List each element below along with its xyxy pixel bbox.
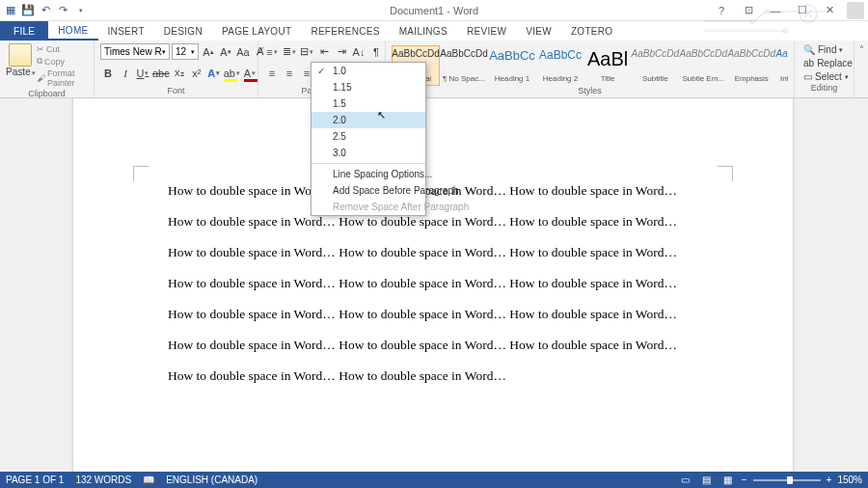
style---no-spac---[interactable]: AaBbCcDd¶ No Spac...	[440, 45, 488, 86]
language-status[interactable]: ENGLISH (CANADA)	[166, 474, 258, 485]
tab-mailings[interactable]: MAILINGS	[390, 21, 457, 41]
italic-button[interactable]: I	[118, 65, 133, 81]
numbering-button[interactable]: ≣	[282, 43, 297, 60]
zoom-out-button[interactable]: −	[742, 474, 747, 485]
group-label-styles: Styles	[392, 86, 788, 97]
font-size-combo[interactable]: 12▾	[172, 43, 199, 60]
group-label-font: Font	[100, 86, 252, 97]
cut-button[interactable]: ✂Cut	[37, 43, 88, 55]
save-icon[interactable]: 💾	[21, 4, 35, 17]
tab-references[interactable]: REFERENCES	[301, 21, 389, 41]
line-spacing-3-0[interactable]: 3.0	[312, 145, 425, 161]
line-spacing-options[interactable]: Line Spacing Options...	[312, 166, 425, 182]
format-painter-icon: 🖌	[37, 73, 45, 83]
copy-icon: ⧉	[37, 56, 42, 67]
style-subtle-em---[interactable]: AaBbCcDdSubtle Em...	[679, 45, 727, 86]
proofing-icon[interactable]: 📖	[143, 474, 154, 485]
align-left-button[interactable]: ≡	[264, 65, 280, 81]
zoom-level[interactable]: 150%	[837, 474, 862, 485]
ribbon-tabs: FILE HOME INSERT DESIGN PAGE LAYOUT REFE…	[0, 21, 868, 41]
maximize-button[interactable]: ☐	[793, 4, 812, 16]
change-case-button[interactable]: Aa	[235, 43, 251, 60]
copy-button[interactable]: ⧉Copy	[37, 55, 88, 68]
line-spacing-1-0[interactable]: 1.0	[312, 63, 425, 79]
multilevel-button[interactable]: ⊟	[299, 43, 314, 60]
style-intense-e---[interactable]: AaBbCcDdIntense E...	[775, 45, 788, 86]
group-styles: AaBbCcDd¶ NormalAaBbCcDd¶ No Spac...AaBb…	[386, 41, 795, 97]
font-color-button[interactable]: A	[242, 65, 258, 81]
print-layout-button[interactable]: ▤	[699, 474, 715, 486]
group-clipboard: Paste ✂Cut ⧉Copy 🖌Format Painter Clipboa…	[0, 41, 95, 97]
user-avatar[interactable]	[847, 2, 864, 19]
redo-icon[interactable]: ↷	[56, 4, 69, 17]
tab-design[interactable]: DESIGN	[154, 21, 212, 41]
replace-button[interactable]: abReplace	[800, 57, 848, 69]
text-effects-button[interactable]: A	[206, 65, 222, 81]
tab-home[interactable]: HOME	[48, 21, 97, 41]
underline-button[interactable]: U	[135, 65, 150, 81]
line-spacing-2-5[interactable]: 2.5	[312, 128, 425, 145]
increase-indent-button[interactable]: ⇥	[334, 43, 349, 60]
collapse-ribbon-button[interactable]: ˄	[854, 41, 868, 97]
read-mode-button[interactable]: ▭	[678, 474, 693, 486]
find-button[interactable]: 🔍Find▾	[800, 43, 848, 56]
title-bar: ▦ 💾 ↶ ↷ Document1 - Word ? ⊡ — ☐ ✕	[0, 0, 868, 21]
zoom-slider[interactable]	[753, 479, 821, 481]
paste-icon	[9, 43, 32, 67]
group-font: Times New R▾ 12▾ A▴ A▾ Aa A̸ B I U abc x…	[95, 41, 258, 97]
web-layout-button[interactable]: ▦	[720, 474, 736, 486]
subscript-button[interactable]: x₂	[172, 65, 187, 81]
paste-label: Paste	[6, 67, 35, 77]
style-subtitle[interactable]: AaBbCcDdSubtitle	[631, 45, 679, 86]
group-editing: 🔍Find▾ abReplace ▭Select▾ Editing	[795, 41, 854, 97]
grow-font-button[interactable]: A▴	[201, 43, 216, 60]
strikethrough-button[interactable]: abc	[152, 65, 170, 81]
cut-icon: ✂	[37, 44, 44, 54]
select-icon: ▭	[803, 71, 812, 82]
minimize-button[interactable]: —	[766, 5, 785, 16]
line-spacing-1-15[interactable]: 1.15	[312, 79, 425, 95]
ribbon-display-button[interactable]: ⊡	[739, 4, 758, 16]
style-title[interactable]: AaBlTitle	[584, 45, 631, 86]
word-count[interactable]: 132 WORDS	[75, 474, 131, 485]
page-count[interactable]: PAGE 1 OF 1	[6, 474, 64, 485]
tab-review[interactable]: REVIEW	[457, 21, 516, 41]
font-name-combo[interactable]: Times New R▾	[100, 43, 170, 60]
ribbon: Paste ✂Cut ⧉Copy 🖌Format Painter Clipboa…	[0, 41, 868, 98]
tab-insert[interactable]: INSERT	[98, 21, 154, 41]
line-spacing-1-5[interactable]: 1.5	[312, 95, 425, 112]
document-area: How to double space in Word… How to doub…	[0, 98, 868, 472]
highlight-button[interactable]: ab	[224, 65, 240, 81]
zoom-in-button[interactable]: +	[827, 474, 832, 485]
align-center-button[interactable]: ≡	[282, 65, 297, 81]
qat-customize[interactable]	[73, 4, 87, 17]
show-marks-button[interactable]: ¶	[368, 43, 384, 60]
add-space-before[interactable]: Add Space Before Paragraph	[312, 182, 425, 199]
style-heading-1[interactable]: AaBbCcHeading 1	[488, 45, 536, 86]
superscript-button[interactable]: x²	[189, 65, 204, 81]
help-button[interactable]: ?	[712, 5, 731, 16]
bullets-button[interactable]: ≡	[264, 43, 280, 60]
select-button[interactable]: ▭Select▾	[800, 70, 848, 83]
status-bar: PAGE 1 OF 1 132 WORDS 📖 ENGLISH (CANADA)…	[0, 472, 868, 488]
group-label-editing: Editing	[800, 83, 848, 95]
sort-button[interactable]: A↓	[351, 43, 366, 60]
page[interactable]: How to double space in Word… How to doub…	[73, 98, 793, 472]
tab-file[interactable]: FILE	[0, 21, 48, 41]
margin-mark	[133, 166, 149, 181]
shrink-font-button[interactable]: A▾	[218, 43, 233, 60]
decrease-indent-button[interactable]: ⇤	[316, 43, 332, 60]
style-heading-2[interactable]: AaBbCcHeading 2	[536, 45, 584, 86]
styles-gallery[interactable]: AaBbCcDd¶ NormalAaBbCcDd¶ No Spac...AaBb…	[392, 43, 788, 86]
paste-button[interactable]: Paste	[6, 43, 35, 77]
tab-page-layout[interactable]: PAGE LAYOUT	[212, 21, 301, 41]
format-painter-button[interactable]: 🖌Format Painter	[37, 68, 88, 89]
close-button[interactable]: ✕	[820, 4, 839, 16]
line-spacing-2-0[interactable]: 2.0	[312, 112, 425, 128]
bold-button[interactable]: B	[100, 65, 116, 81]
word-app-icon: ▦	[4, 4, 17, 17]
style-emphasis[interactable]: AaBbCcDdEmphasis	[727, 45, 775, 86]
tab-zotero[interactable]: ZOTERO	[561, 21, 622, 41]
undo-icon[interactable]: ↶	[39, 4, 52, 17]
tab-view[interactable]: VIEW	[516, 21, 561, 41]
